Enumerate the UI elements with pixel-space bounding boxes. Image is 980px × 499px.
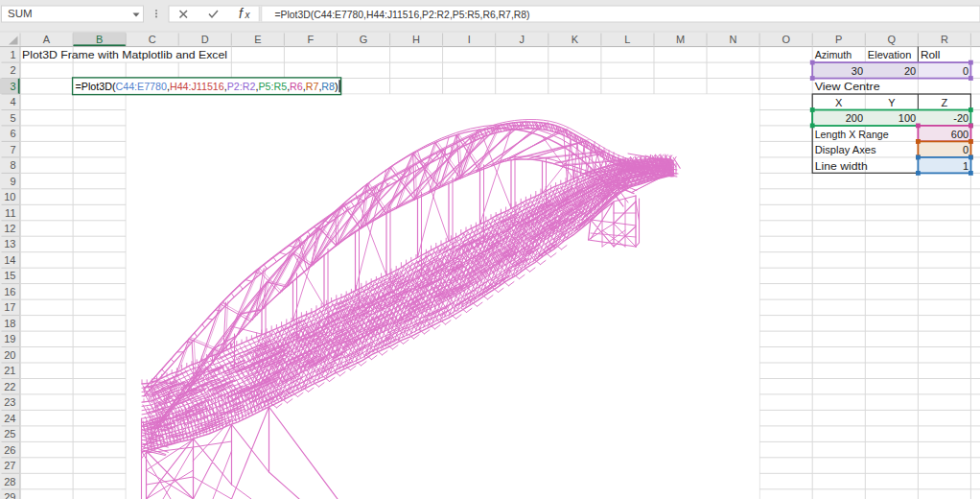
svg-text:=Plot3D(C44:E7780,H44:J11516,P: =Plot3D(C44:E7780,H44:J11516,P2:R2,P5:R5… [275, 9, 530, 20]
svg-text:F: F [308, 34, 315, 45]
svg-text:Elevation: Elevation [868, 49, 912, 60]
svg-text:G: G [360, 34, 368, 45]
svg-text:23: 23 [4, 396, 15, 408]
svg-text:24: 24 [4, 413, 15, 424]
svg-text:-20: -20 [953, 112, 968, 124]
svg-text:Q: Q [888, 34, 897, 45]
svg-text:E: E [254, 34, 261, 45]
svg-text:x: x [245, 10, 251, 20]
svg-text:4: 4 [10, 96, 15, 107]
svg-text:20: 20 [904, 65, 916, 77]
svg-text:27: 27 [4, 460, 15, 471]
svg-text:17: 17 [4, 301, 15, 313]
svg-text:Display Axes: Display Axes [815, 144, 876, 155]
svg-text:28: 28 [4, 476, 15, 487]
svg-text:0: 0 [963, 65, 968, 77]
svg-text:13: 13 [4, 238, 15, 250]
svg-text:2: 2 [10, 64, 15, 76]
svg-text:Length X Range: Length X Range [815, 129, 889, 140]
svg-text:O: O [782, 34, 790, 45]
svg-text:Z: Z [942, 97, 948, 108]
svg-text:6: 6 [10, 128, 15, 139]
svg-text:18: 18 [4, 318, 15, 329]
svg-text:10: 10 [4, 191, 15, 202]
svg-text:8: 8 [10, 159, 15, 171]
svg-text:26: 26 [4, 444, 15, 456]
svg-text:A: A [43, 34, 51, 45]
svg-text:P: P [835, 34, 842, 45]
svg-text:30: 30 [852, 65, 863, 77]
svg-text:19: 19 [4, 333, 15, 345]
svg-text:1: 1 [10, 49, 15, 60]
svg-text:Line width: Line width [815, 160, 868, 172]
svg-text:0: 0 [963, 144, 968, 155]
svg-text:22: 22 [4, 381, 15, 392]
svg-text:5: 5 [10, 112, 15, 124]
svg-text:14: 14 [4, 254, 15, 266]
svg-text:100: 100 [898, 112, 916, 124]
svg-text:=Plot3D(C44:E7780,H44:J11516,P: =Plot3D(C44:E7780,H44:J11516,P2:R2,P5:R5… [76, 81, 338, 92]
svg-text:B: B [96, 34, 103, 45]
svg-text:Y: Y [888, 97, 896, 108]
svg-text:25: 25 [4, 428, 15, 440]
svg-text:K: K [572, 34, 579, 45]
svg-text:D: D [201, 34, 209, 45]
svg-text:1: 1 [963, 160, 968, 172]
svg-text:20: 20 [4, 349, 15, 361]
svg-text:15: 15 [4, 270, 15, 281]
svg-text:R: R [941, 34, 948, 45]
svg-text:12: 12 [4, 223, 15, 234]
svg-text:21: 21 [4, 365, 15, 376]
svg-text:SUM: SUM [8, 8, 33, 19]
svg-text:7: 7 [10, 144, 15, 155]
svg-text:L: L [624, 34, 630, 45]
svg-text:C: C [149, 34, 156, 45]
svg-text:Azimuth: Azimuth [815, 49, 852, 60]
svg-text:I: I [468, 34, 471, 45]
svg-text:11: 11 [5, 207, 15, 219]
svg-text:H: H [412, 34, 420, 45]
svg-text:M: M [676, 34, 685, 45]
svg-text:J: J [520, 34, 525, 45]
svg-text:9: 9 [10, 176, 15, 187]
svg-text:600: 600 [951, 129, 968, 140]
svg-text:Roll: Roll [921, 49, 941, 60]
svg-text:3: 3 [10, 81, 15, 92]
svg-text:29: 29 [4, 491, 15, 499]
svg-text:X: X [835, 97, 843, 108]
svg-text:16: 16 [4, 286, 15, 297]
svg-text:View Centre: View Centre [815, 81, 880, 92]
svg-text:N: N [730, 34, 737, 45]
svg-text:200: 200 [846, 112, 863, 124]
svg-text:Plot3D Frame with Matplotlib a: Plot3D Frame with Matplotlib and Excel [22, 49, 227, 60]
